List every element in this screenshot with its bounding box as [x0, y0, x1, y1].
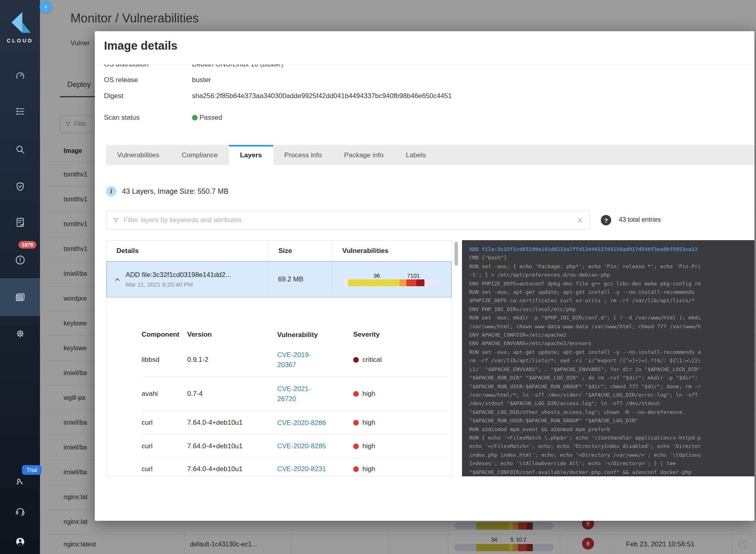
sidebar-item-support[interactable]	[0, 496, 40, 526]
header-severity: Severity	[353, 331, 380, 339]
layers-summary: 43 Layers, Image Size: 550.7 MB	[122, 187, 228, 196]
component-row: avahi 0.7-4 CVE-2021-26720 high	[142, 377, 448, 411]
alert-circle-icon	[15, 255, 26, 265]
sidebar-item-settings[interactable]	[0, 319, 40, 348]
cve-link[interactable]: CVE-2021-26720	[277, 384, 353, 404]
scrollbar-thumb[interactable]	[454, 242, 458, 266]
header-vulnerability: Vulnerability	[277, 330, 353, 340]
sidebar-expand-button[interactable]: ›	[40, 1, 52, 13]
header-component: Component	[142, 331, 187, 339]
header-version: Version	[187, 331, 277, 339]
total-entries: 43 total entries	[619, 216, 661, 223]
layers-filter: ✕	[106, 211, 590, 230]
os-release-value: buster	[192, 76, 211, 84]
scan-status-value: Passed	[192, 114, 222, 122]
image-details-modal: Image details OS distribution Debian GNU…	[95, 31, 754, 521]
trial-badge: Trial	[22, 465, 42, 475]
tab-compliance[interactable]: Compliance	[170, 145, 229, 165]
tab-package-info[interactable]: Package info	[333, 145, 394, 165]
cve-link[interactable]: CVE-2019-20367	[277, 350, 353, 370]
layers-filter-input[interactable]	[123, 216, 573, 225]
layer-row-selected[interactable]: ADD file:3c32f1cd03198e141dd2... Mar 11,…	[106, 261, 452, 297]
sidebar-item-profile[interactable]	[0, 527, 40, 554]
tab-layers[interactable]: Layers	[229, 145, 273, 165]
component-row: curl 7.64.0-4+deb10u1 CVE-2020-8231 high	[142, 458, 448, 476]
shield-check-icon	[15, 181, 26, 192]
funnel-icon	[113, 217, 119, 223]
header-vulnerabilities: Vulnerabilities	[332, 241, 452, 261]
digest-value: sha256:2f85b64e373aa340300adde9925f42dd0…	[192, 92, 452, 100]
container-icon	[14, 291, 26, 303]
info-icon: i	[106, 186, 116, 197]
sidebar-item-investigate[interactable]	[0, 134, 40, 164]
field-label: OS distribution	[104, 64, 149, 68]
help-icon[interactable]: ?	[601, 215, 611, 225]
app-window: Monitor / Vulnerabilities Vulner Deploy …	[0, 0, 756, 554]
modal-title: Image details	[104, 39, 178, 52]
sidebar-item-alerts[interactable]	[0, 245, 40, 275]
checklist-icon	[15, 106, 26, 117]
user-icon	[15, 536, 26, 547]
digest-label: Digest	[104, 92, 123, 100]
scan-status-label: Scan status	[104, 114, 140, 122]
gauge-icon	[15, 70, 26, 81]
cve-link[interactable]: CVE-2020-8285	[277, 441, 353, 451]
field-value: Debian GNU/Linux 10 (buster)	[192, 64, 284, 68]
components-header-row: Component Version Vulnerability Severity	[142, 329, 448, 341]
brand-logo[interactable]: CLOUD	[0, 10, 40, 44]
layer-vulnerability-cell: 967101	[332, 262, 451, 297]
alerts-count-badge: 1879	[18, 241, 36, 249]
cve-link[interactable]: CVE-2020-8286	[277, 418, 353, 428]
sidebar-item-compliance[interactable]	[0, 172, 40, 201]
headset-icon	[15, 506, 26, 517]
severity-dot	[353, 420, 359, 426]
field-row-os-distribution: OS distribution Debian GNU/Linux 10 (bus…	[95, 64, 754, 70]
clear-filter-icon[interactable]: ✕	[577, 216, 583, 225]
layer-size: 69.2 MB	[268, 262, 332, 297]
component-row: curl 7.64.0-4+deb10u1 CVE-2020-8285 high	[142, 435, 448, 458]
layers-table-header: Details Size Vulnerabilities	[106, 241, 452, 261]
sidebar-item-policies[interactable]	[0, 96, 40, 126]
sidebar-item-dashboard[interactable]	[0, 61, 40, 90]
brand-logo-text: CLOUD	[0, 38, 40, 44]
header-details: Details	[106, 241, 268, 261]
severity-dot	[353, 466, 359, 472]
tab-vulnerabilities[interactable]: Vulnerabilities	[106, 145, 170, 165]
os-release-label: OS release	[104, 76, 138, 84]
component-row: curl 7.64.0-4+deb10u1 CVE-2020-8286 high	[142, 411, 448, 435]
report-check-icon	[15, 217, 26, 228]
component-row: libbsd 0.9.1-2 CVE-2019-20367 critical	[142, 343, 448, 377]
layer-vulnerability-bar	[342, 279, 441, 286]
layer-date: Mar 11, 2021 6:20:40 PM	[126, 281, 231, 288]
prisma-arrow-icon	[8, 10, 32, 34]
gear-icon	[15, 328, 26, 339]
severity-dot	[353, 444, 359, 449]
modal-tabbar: Vulnerabilities Compliance Layers Proces…	[106, 145, 754, 165]
layers-scrollbar[interactable]	[454, 240, 458, 476]
sidebar-item-reports[interactable]	[0, 207, 40, 237]
tab-process-info[interactable]: Process info	[273, 145, 333, 165]
layers-table: Details Size Vulnerabilities ADD file:3c…	[106, 240, 452, 476]
sidebar: CLOUD 1879 Trial	[0, 0, 40, 554]
keys-icon	[15, 477, 25, 488]
cve-link[interactable]: CVE-2020-8231	[277, 464, 353, 474]
sidebar-item-images[interactable]	[0, 278, 40, 316]
dockerfile-commands-panel: ADD file:3c32f1cd03198e141dd233a7ffd1344…	[462, 240, 754, 476]
search-icon	[15, 144, 26, 155]
tab-labels[interactable]: Labels	[395, 145, 437, 165]
layer-bar-labels: 967101	[342, 273, 441, 279]
severity-dot	[353, 357, 359, 363]
collapse-caret-icon[interactable]	[115, 278, 120, 281]
layer-name: ADD file:3c32f1cd03198e141dd2...	[126, 271, 231, 279]
status-dot-passed	[192, 115, 198, 120]
severity-dot	[353, 391, 359, 397]
header-size: Size	[268, 241, 332, 261]
